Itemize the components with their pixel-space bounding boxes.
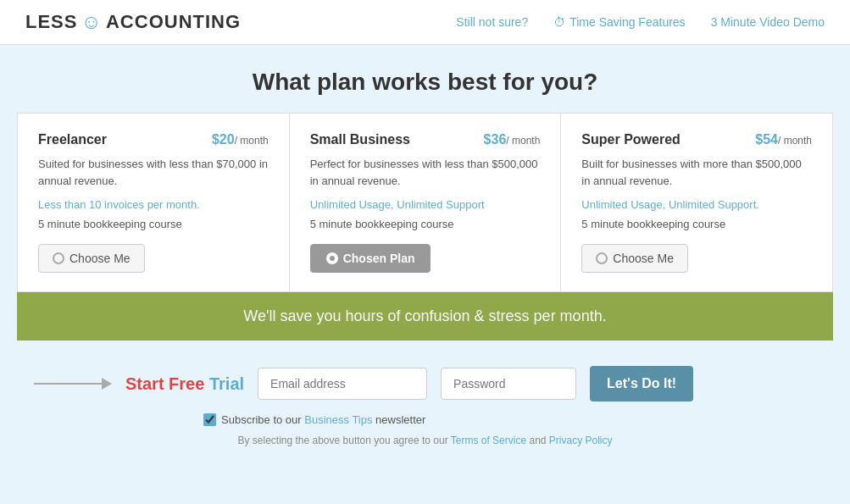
subscribe-checkbox[interactable] [203,413,216,426]
plan-super-powered: Super Powered $54/ month Built for busin… [561,114,832,291]
plan-freelancer: Freelancer $20/ month Suited for busines… [18,114,290,291]
plan-small-business-price: $36/ month [484,132,541,147]
nav-time-saving[interactable]: ⏱ Time Saving Features [553,15,685,29]
plan-super-powered-header: Super Powered $54/ month [581,132,812,147]
password-input[interactable] [441,368,576,400]
lets-do-it-button[interactable]: Let's Do It! [590,366,693,402]
clock-icon: ⏱ [553,15,565,29]
plan-small-business-feature: Unlimited Usage, Unlimited Support [310,197,541,213]
page-title: What plan works best for you? [17,69,833,96]
radio-icon-freelancer [53,252,64,264]
plan-super-powered-course: 5 minute bookkeeping course [581,218,812,230]
plan-small-business-course: 5 minute bookkeeping course [310,218,541,230]
start-free-trial-label: Start Free Trial [125,374,244,394]
nav-video-demo[interactable]: 3 Minute Video Demo [711,15,825,29]
plan-super-powered-price: $54/ month [755,132,812,147]
plan-freelancer-header: Freelancer $20/ month [38,132,269,147]
header: LESS ☺ ACCOUNTING Still not sure? ⏱ Time… [0,0,850,45]
plan-small-business-name: Small Business [310,132,410,147]
plan-freelancer-price: $20/ month [212,132,269,147]
page-title-section: What plan works best for you? [0,45,850,113]
plan-freelancer-feature: Less than 10 invoices per month. [38,197,269,213]
terms-row: By selecting the above button you agree … [34,435,816,446]
header-nav: Still not sure? ⏱ Time Saving Features 3… [456,15,825,29]
plan-freelancer-choose-button[interactable]: Choose Me [38,244,145,273]
signup-row: Start Free Trial Let's Do It! [34,366,816,402]
plan-small-business-header: Small Business $36/ month [310,132,541,147]
label-start: Start Free [125,374,209,393]
subscribe-row: Subscribe to our Business Tips newslette… [203,413,816,426]
subscribe-label: Subscribe to our Business Tips newslette… [221,413,425,426]
plan-super-powered-desc: Built for businesses with more than $500… [581,156,812,189]
plans-container: Freelancer $20/ month Suited for busines… [17,113,833,292]
plan-small-business: Small Business $36/ month Perfect for bu… [290,114,562,291]
plan-freelancer-course: 5 minute bookkeeping course [38,218,269,230]
signup-section: Start Free Trial Let's Do It! Subscribe … [0,341,850,463]
privacy-policy-link[interactable]: Privacy Policy [549,435,613,446]
logo-less: LESS [25,11,77,33]
nav-still-not-sure[interactable]: Still not sure? [456,15,528,29]
plan-super-powered-choose-button[interactable]: Choose Me [581,244,688,273]
plan-super-powered-feature: Unlimited Usage, Unlimited Support. [581,197,812,213]
logo-icon: ☺ [81,10,103,34]
banner-text: We'll save you hours of confusion & stre… [243,307,606,324]
arrow-line [34,383,102,385]
plan-small-business-desc: Perfect for businesses with less than $5… [310,156,541,189]
banner: We'll save you hours of confusion & stre… [17,292,833,341]
label-trial: Trial [209,374,244,393]
plan-freelancer-name: Freelancer [38,132,107,147]
arrow-area [34,378,112,390]
plan-super-powered-name: Super Powered [581,132,680,147]
plan-freelancer-desc: Suited for businesses with less than $70… [38,156,269,189]
terms-of-service-link[interactable]: Terms of Service [451,435,526,446]
arrow-head [102,378,112,390]
radio-icon-super-powered [596,252,608,264]
logo-accounting: ACCOUNTING [106,11,241,33]
plan-small-business-chosen-button[interactable]: Chosen Plan [310,244,431,273]
email-input[interactable] [258,368,427,400]
radio-icon-filled-small-business [326,252,338,264]
logo: LESS ☺ ACCOUNTING [25,10,241,34]
